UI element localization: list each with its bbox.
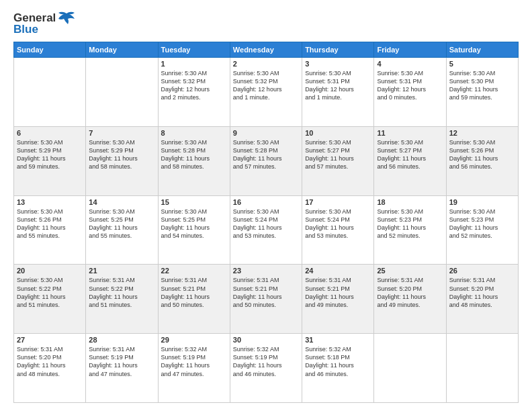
day-info: Sunrise: 5:31 AM Sunset: 5:20 PM Dayligh…	[377, 276, 443, 309]
day-info: Sunrise: 5:30 AM Sunset: 5:32 PM Dayligh…	[161, 69, 227, 102]
calendar-cell: 7Sunrise: 5:30 AM Sunset: 5:29 PM Daylig…	[86, 126, 158, 195]
calendar-week-row: 13Sunrise: 5:30 AM Sunset: 5:26 PM Dayli…	[14, 195, 519, 265]
day-info: Sunrise: 5:31 AM Sunset: 5:20 PM Dayligh…	[449, 276, 515, 309]
calendar-cell: 14Sunrise: 5:30 AM Sunset: 5:25 PM Dayli…	[86, 195, 158, 265]
day-number: 22	[161, 267, 227, 275]
weekday-header-cell: Friday	[374, 42, 446, 58]
day-info: Sunrise: 5:30 AM Sunset: 5:31 PM Dayligh…	[377, 69, 443, 102]
day-info: Sunrise: 5:30 AM Sunset: 5:26 PM Dayligh…	[449, 138, 515, 171]
day-number: 8	[161, 129, 227, 137]
day-info: Sunrise: 5:31 AM Sunset: 5:21 PM Dayligh…	[233, 276, 299, 309]
calendar-cell: 13Sunrise: 5:30 AM Sunset: 5:26 PM Dayli…	[14, 195, 86, 265]
day-number: 11	[377, 129, 443, 137]
day-info: Sunrise: 5:30 AM Sunset: 5:28 PM Dayligh…	[233, 138, 299, 171]
day-number: 27	[17, 336, 83, 344]
weekday-header-cell: Tuesday	[158, 42, 230, 58]
calendar-week-row: 27Sunrise: 5:31 AM Sunset: 5:20 PM Dayli…	[14, 334, 519, 403]
day-number: 4	[377, 60, 443, 68]
day-number: 5	[449, 60, 515, 68]
calendar-cell: 18Sunrise: 5:30 AM Sunset: 5:23 PM Dayli…	[374, 195, 446, 265]
day-number: 20	[17, 267, 83, 275]
weekday-header-cell: Sunday	[14, 42, 86, 58]
day-number: 26	[449, 267, 515, 275]
day-info: Sunrise: 5:31 AM Sunset: 5:22 PM Dayligh…	[89, 276, 154, 309]
day-info: Sunrise: 5:30 AM Sunset: 5:29 PM Dayligh…	[17, 138, 83, 171]
calendar-cell: 16Sunrise: 5:30 AM Sunset: 5:24 PM Dayli…	[230, 195, 302, 265]
day-number: 3	[305, 60, 371, 68]
day-info: Sunrise: 5:30 AM Sunset: 5:27 PM Dayligh…	[377, 138, 443, 171]
day-info: Sunrise: 5:30 AM Sunset: 5:27 PM Dayligh…	[305, 138, 371, 171]
calendar-cell: 29Sunrise: 5:32 AM Sunset: 5:19 PM Dayli…	[158, 334, 230, 403]
calendar-body: 1Sunrise: 5:30 AM Sunset: 5:32 PM Daylig…	[14, 58, 519, 403]
calendar-cell: 20Sunrise: 5:30 AM Sunset: 5:22 PM Dayli…	[14, 265, 86, 334]
calendar-table: SundayMondayTuesdayWednesdayThursdayFrid…	[13, 42, 519, 403]
calendar-cell: 21Sunrise: 5:31 AM Sunset: 5:22 PM Dayli…	[86, 265, 158, 334]
day-info: Sunrise: 5:30 AM Sunset: 5:25 PM Dayligh…	[89, 208, 154, 240]
calendar-week-row: 20Sunrise: 5:30 AM Sunset: 5:22 PM Dayli…	[14, 265, 519, 334]
calendar-cell: 1Sunrise: 5:30 AM Sunset: 5:32 PM Daylig…	[158, 58, 230, 127]
day-number: 7	[89, 129, 154, 137]
header: General Blue	[13, 11, 519, 36]
calendar-cell: 25Sunrise: 5:31 AM Sunset: 5:20 PM Dayli…	[374, 265, 446, 334]
day-number: 24	[305, 267, 371, 275]
weekday-header-cell: Saturday	[446, 42, 518, 58]
calendar-cell: 10Sunrise: 5:30 AM Sunset: 5:27 PM Dayli…	[302, 126, 374, 195]
calendar-week-row: 1Sunrise: 5:30 AM Sunset: 5:32 PM Daylig…	[14, 58, 519, 127]
day-info: Sunrise: 5:30 AM Sunset: 5:24 PM Dayligh…	[233, 208, 299, 240]
day-info: Sunrise: 5:30 AM Sunset: 5:28 PM Dayligh…	[161, 138, 227, 171]
day-info: Sunrise: 5:30 AM Sunset: 5:23 PM Dayligh…	[377, 208, 443, 240]
day-number: 23	[233, 267, 299, 275]
calendar-cell: 11Sunrise: 5:30 AM Sunset: 5:27 PM Dayli…	[374, 126, 446, 195]
day-number: 28	[89, 336, 154, 344]
day-info: Sunrise: 5:30 AM Sunset: 5:31 PM Dayligh…	[305, 69, 371, 102]
calendar-cell: 26Sunrise: 5:31 AM Sunset: 5:20 PM Dayli…	[446, 265, 518, 334]
calendar-cell: 17Sunrise: 5:30 AM Sunset: 5:24 PM Dayli…	[302, 195, 374, 265]
day-info: Sunrise: 5:31 AM Sunset: 5:20 PM Dayligh…	[17, 345, 83, 378]
calendar-cell: 31Sunrise: 5:32 AM Sunset: 5:18 PM Dayli…	[302, 334, 374, 403]
day-info: Sunrise: 5:32 AM Sunset: 5:19 PM Dayligh…	[233, 345, 299, 378]
day-info: Sunrise: 5:30 AM Sunset: 5:22 PM Dayligh…	[17, 276, 83, 309]
day-number: 14	[89, 198, 154, 206]
weekday-header-row: SundayMondayTuesdayWednesdayThursdayFrid…	[14, 42, 519, 58]
day-info: Sunrise: 5:30 AM Sunset: 5:30 PM Dayligh…	[449, 69, 515, 102]
day-info: Sunrise: 5:30 AM Sunset: 5:32 PM Dayligh…	[233, 69, 299, 102]
day-number: 12	[449, 129, 515, 137]
day-number: 1	[161, 60, 227, 68]
day-number: 17	[305, 198, 371, 206]
calendar-cell: 5Sunrise: 5:30 AM Sunset: 5:30 PM Daylig…	[446, 58, 518, 127]
calendar-cell: 8Sunrise: 5:30 AM Sunset: 5:28 PM Daylig…	[158, 126, 230, 195]
day-number: 18	[377, 198, 443, 206]
day-info: Sunrise: 5:30 AM Sunset: 5:25 PM Dayligh…	[161, 208, 227, 240]
calendar-cell: 12Sunrise: 5:30 AM Sunset: 5:26 PM Dayli…	[446, 126, 518, 195]
weekday-header-cell: Thursday	[302, 42, 374, 58]
day-number: 2	[233, 60, 299, 68]
weekday-header-cell: Monday	[86, 42, 158, 58]
day-number: 13	[17, 198, 83, 206]
day-info: Sunrise: 5:30 AM Sunset: 5:23 PM Dayligh…	[449, 208, 515, 240]
logo: General Blue	[13, 11, 76, 36]
calendar-cell: 9Sunrise: 5:30 AM Sunset: 5:28 PM Daylig…	[230, 126, 302, 195]
day-number: 25	[377, 267, 443, 275]
day-info: Sunrise: 5:30 AM Sunset: 5:29 PM Dayligh…	[89, 138, 154, 171]
calendar-cell: 30Sunrise: 5:32 AM Sunset: 5:19 PM Dayli…	[230, 334, 302, 403]
weekday-header-cell: Wednesday	[230, 42, 302, 58]
calendar-cell: 4Sunrise: 5:30 AM Sunset: 5:31 PM Daylig…	[374, 58, 446, 127]
day-number: 6	[17, 129, 83, 137]
day-number: 31	[305, 336, 371, 344]
calendar-cell: 19Sunrise: 5:30 AM Sunset: 5:23 PM Dayli…	[446, 195, 518, 265]
day-number: 21	[89, 267, 154, 275]
calendar-cell: 24Sunrise: 5:31 AM Sunset: 5:21 PM Dayli…	[302, 265, 374, 334]
day-info: Sunrise: 5:30 AM Sunset: 5:26 PM Dayligh…	[17, 208, 83, 240]
logo-blue-text: Blue	[13, 23, 38, 36]
calendar-cell	[374, 334, 446, 403]
calendar-cell	[14, 58, 86, 127]
page: General Blue SundayMondayTuesdayWednesda…	[0, 0, 532, 411]
day-number: 30	[233, 336, 299, 344]
day-number: 9	[233, 129, 299, 137]
calendar-week-row: 6Sunrise: 5:30 AM Sunset: 5:29 PM Daylig…	[14, 126, 519, 195]
calendar-cell: 22Sunrise: 5:31 AM Sunset: 5:21 PM Dayli…	[158, 265, 230, 334]
calendar-cell: 2Sunrise: 5:30 AM Sunset: 5:32 PM Daylig…	[230, 58, 302, 127]
day-info: Sunrise: 5:31 AM Sunset: 5:19 PM Dayligh…	[89, 345, 154, 378]
day-number: 16	[233, 198, 299, 206]
calendar-cell: 6Sunrise: 5:30 AM Sunset: 5:29 PM Daylig…	[14, 126, 86, 195]
